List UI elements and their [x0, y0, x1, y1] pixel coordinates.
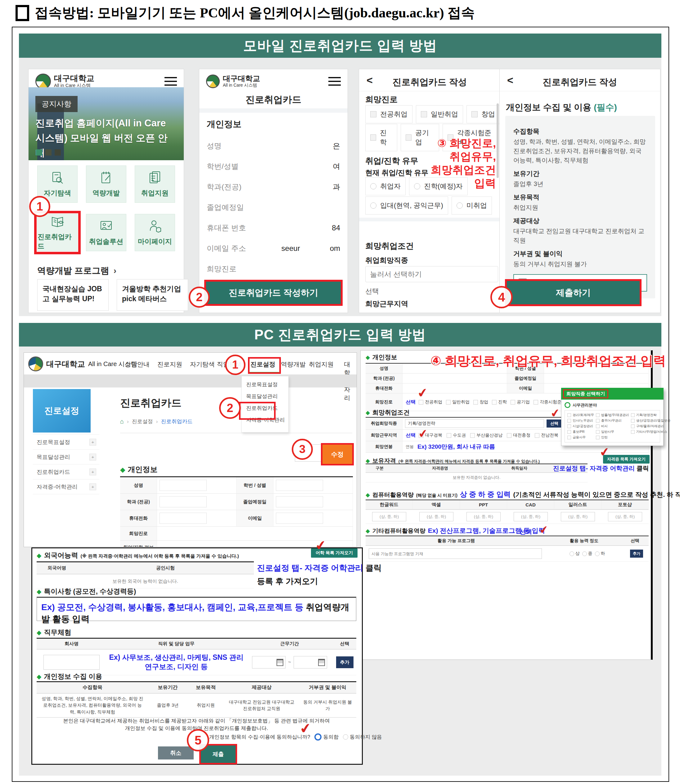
consent-required-badge: (필수) — [594, 103, 617, 112]
plus-icon[interactable]: + — [90, 483, 96, 490]
calendar-icon[interactable] — [318, 659, 325, 666]
empty-input[interactable] — [159, 496, 207, 507]
job-type-input[interactable] — [365, 266, 498, 282]
popup-option-checkbox[interactable]: 인턴 — [596, 435, 629, 440]
nav-item[interactable]: 진로지원 — [157, 360, 182, 369]
popup-option-checkbox[interactable]: 총무/사무관리 — [596, 418, 629, 423]
region-option-checkbox[interactable]: 전남전북 — [535, 432, 558, 438]
submit-button[interactable]: 제출하기 — [507, 281, 640, 304]
popup-option-checkbox[interactable]: 시설/공장관리 — [567, 424, 594, 429]
agree-radio[interactable]: 동의함 — [315, 734, 338, 741]
level-radio[interactable]: 하 — [595, 551, 605, 557]
popup-option-checkbox[interactable]: 비서 — [596, 424, 629, 429]
empty-input[interactable] — [276, 496, 323, 507]
tile-my-page[interactable]: 마이페이지 — [135, 214, 175, 251]
hope-option-checkbox[interactable]: 창업 — [473, 399, 488, 405]
status-radio[interactable]: 입대(현역, 공익근무) — [365, 197, 448, 215]
add-button[interactable]: 추가 — [336, 656, 354, 668]
status-radio[interactable]: 취업자 — [365, 177, 406, 195]
dropdown-redbox-highlight — [239, 402, 275, 420]
hope-label: 희망진로 — [365, 94, 398, 105]
tile-employment-solution[interactable]: 취업솔루션 — [86, 214, 126, 251]
skill-level-input[interactable]: (상, 중, 하) — [466, 512, 501, 521]
job-select-button[interactable]: 선택 — [546, 420, 562, 427]
submit-button[interactable]: 제출 — [201, 746, 236, 763]
popup-option-checkbox[interactable]: 생산/공정관리/품질보증 — [631, 418, 671, 423]
popup-option-checkbox[interactable]: 경리/회계/재무 — [567, 413, 594, 417]
status-radio[interactable]: 미취업 — [452, 197, 492, 215]
tile-capability-development[interactable]: 역량개발 — [86, 166, 126, 203]
carousel-dots[interactable] — [36, 149, 61, 156]
region-option-checkbox[interactable]: 수도권 — [447, 432, 466, 438]
popup-option-checkbox[interactable]: 구매/물류/자재관리 — [631, 424, 671, 429]
breadcrumb-item-current[interactable]: 진로취업카드 — [161, 418, 192, 425]
sidebar-item[interactable]: 진로목표설정 + — [33, 435, 99, 450]
region-option-checkbox[interactable]: 대전충청 — [507, 432, 530, 438]
nav-item[interactable]: 자기탐색 — [190, 360, 215, 369]
program-input[interactable] — [369, 548, 542, 559]
popup-option-checkbox[interactable]: 기획/경영전략 — [631, 413, 671, 417]
breadcrumb-item[interactable]: 진로설정 — [132, 418, 153, 425]
company-input[interactable] — [44, 655, 100, 670]
hamburger-menu-icon[interactable] — [164, 77, 177, 86]
popup-option-checkbox[interactable]: 인사/노무관리 — [567, 418, 594, 423]
empty-input[interactable] — [276, 513, 323, 524]
empty-input[interactable] — [276, 480, 323, 491]
nav-item[interactable]: 상담안내 — [125, 360, 150, 369]
empty-input[interactable] — [159, 513, 207, 524]
add-button[interactable]: 추가 — [630, 550, 643, 558]
skill-level-input[interactable]: (상, 중, 하) — [608, 512, 642, 521]
empty-input[interactable] — [159, 480, 207, 491]
popup-option-checkbox[interactable]: 금융사무 — [567, 435, 594, 440]
cancel-button[interactable]: 취소 — [158, 746, 194, 759]
popup-option-checkbox[interactable]: 일반사무 — [596, 430, 629, 434]
program-card[interactable]: 겨울방학 추천기업 pick 메타버스 — [117, 279, 188, 311]
program-card[interactable]: 국내현장실습 JOB 고 실무능력 UP! — [37, 279, 109, 311]
scrollbar[interactable] — [497, 103, 499, 178]
plus-icon[interactable]: + — [90, 469, 96, 475]
hope-option-checkbox[interactable]: 공기업 — [510, 399, 530, 405]
nav-item[interactable]: 취업지원 — [309, 360, 334, 369]
popup-option-checkbox[interactable]: 홍보/PR — [567, 430, 594, 434]
plus-icon[interactable]: + — [90, 439, 96, 446]
disagree-radio[interactable]: 동의하지 않음 — [343, 734, 382, 741]
tile-employment-support[interactable]: 취업지원 — [135, 166, 175, 203]
skill-level-input[interactable]: (상, 중, 하) — [561, 512, 595, 521]
skill-level-input[interactable]: (상, 중, 하) — [514, 512, 548, 521]
level-radio[interactable]: 상 — [570, 551, 580, 557]
hamburger-menu-icon[interactable] — [328, 77, 341, 86]
hope-option-checkbox[interactable]: 진학 — [492, 399, 507, 405]
level-radio[interactable]: 중 — [582, 551, 592, 557]
tile-career-employment-card[interactable]: 진로취업카드 — [37, 214, 77, 251]
hope-option-checkbox[interactable]: 창업 — [466, 105, 500, 123]
write-card-button[interactable]: 진로취업카드 작성하기 — [206, 282, 341, 304]
checkbox-icon — [631, 424, 635, 428]
edit-button[interactable]: 수정 — [323, 445, 352, 464]
popup-option-checkbox[interactable]: 기타사무/영업/서비스 — [631, 430, 671, 434]
skill-level-input[interactable]: (상, 중, 하) — [372, 512, 406, 521]
sidebar-item[interactable]: 목표달성관리 + — [33, 450, 99, 464]
skill-level-input[interactable]: (상, 중, 하) — [419, 512, 453, 521]
hero-banner[interactable]: 공지사항 진로취업 홈페이지(All in Care 시스템) 모바일 웹 버전… — [28, 87, 184, 160]
popup-option-checkbox[interactable]: 법률/법무/채권관리 — [596, 413, 629, 417]
chevron-right-icon[interactable]: › — [113, 266, 116, 276]
mobile-section-title: 모바일 진로취업카드 입력 방법 — [19, 33, 661, 58]
dropdown-item[interactable]: 목표달성관리 — [242, 391, 288, 402]
hope-option-checkbox[interactable]: 진학 — [365, 124, 397, 151]
popup-category-radio[interactable]: 사무관리분야 — [565, 402, 660, 408]
nav-item[interactable]: 역량개발 — [281, 360, 306, 369]
hope-option-checkbox[interactable]: 전공취업 — [419, 399, 442, 405]
hope-option-checkbox[interactable]: 일반취업 — [446, 399, 469, 405]
sidebar-item[interactable]: 진로취업카드 + — [33, 464, 99, 480]
calendar-icon[interactable] — [277, 659, 283, 666]
dropdown-item[interactable]: 진로목표설정 — [242, 379, 288, 391]
sidebar-item[interactable]: 자격증-어학관리 + — [33, 480, 99, 494]
special-textarea[interactable]: Ex) 공모전, 수상경력, 봉사활동, 홍보대사, 캠페인, 교육,프로젝트 … — [37, 597, 356, 621]
plus-icon[interactable]: + — [90, 454, 96, 461]
hope-option-checkbox[interactable]: 전공취업 — [365, 105, 412, 123]
hope-option-checkbox[interactable]: 일반취업 — [416, 105, 463, 123]
home-icon[interactable]: ⌂ — [120, 418, 124, 425]
date-from-input[interactable] — [252, 656, 285, 669]
region-option-checkbox[interactable]: 부산울산경남 — [470, 432, 502, 438]
date-to-input[interactable] — [294, 656, 327, 669]
